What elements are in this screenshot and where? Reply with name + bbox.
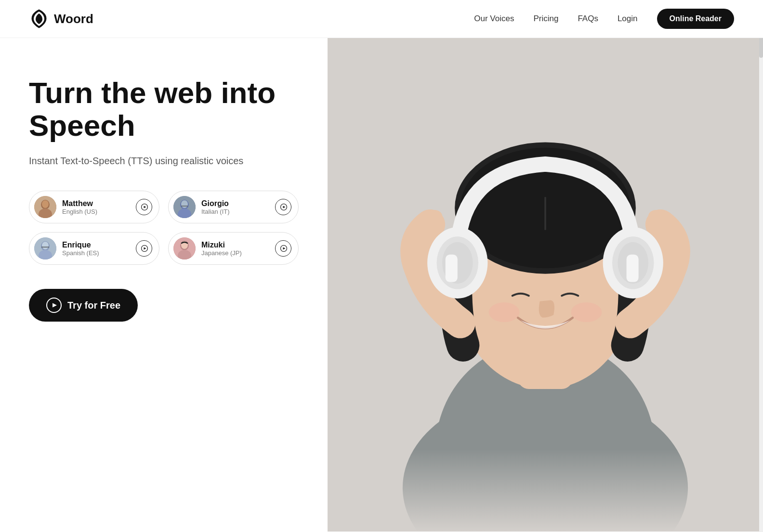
avatar-enrique [34,237,56,260]
svg-marker-25 [283,247,286,250]
nav-our-voices[interactable]: Our Voices [474,14,514,24]
avatar-mizuki [173,237,196,260]
logo[interactable]: Woord [29,9,93,29]
voice-text-matthew: Matthew English (US) [62,199,97,215]
scrollbar-track[interactable] [759,0,763,532]
nav-faqs[interactable]: FAQs [578,14,598,24]
voice-text-giorgio: Giorgio Italian (IT) [201,199,230,215]
play-button-giorgio[interactable] [275,199,291,215]
svg-marker-26 [53,303,57,308]
play-triangle-icon [52,302,57,308]
voice-card-matthew[interactable]: Matthew English (US) [29,191,159,223]
main-content: Turn the web into Speech Instant Text-to… [0,38,763,532]
hero-image [328,38,763,532]
logo-icon [29,9,49,29]
voice-lang-giorgio: Italian (IT) [201,208,230,215]
logo-wordmark: Woord [54,12,93,26]
svg-marker-19 [144,247,146,250]
avatar-giorgio [173,196,196,218]
svg-rect-17 [41,247,49,248]
try-for-free-button[interactable]: Try for Free [29,289,138,322]
voice-card-enrique[interactable]: Enrique Spanish (ES) [29,232,159,265]
voice-lang-mizuki: Japanese (JP) [201,249,242,257]
try-free-label: Try for Free [67,300,120,311]
avatar-matthew [34,196,56,218]
main-nav: Our Voices Pricing FAQs Login Online Rea… [474,9,734,29]
play-icon-matthew [141,204,148,210]
try-free-play-icon [46,298,62,313]
hero-subtitle: Instant Text-to-Speech (TTS) using reali… [29,156,299,167]
voice-text-mizuki: Mizuki Japanese (JP) [201,241,242,257]
svg-rect-10 [181,206,188,207]
voice-card-mizuki[interactable]: Mizuki Japanese (JP) [168,232,299,265]
svg-point-16 [42,242,49,249]
voice-info-enrique: Enrique Spanish (ES) [34,237,99,260]
svg-rect-47 [328,38,763,532]
nav-login[interactable]: Login [618,14,638,24]
svg-point-3 [42,200,49,208]
voice-name-giorgio: Giorgio [201,199,230,208]
voices-grid: Matthew English (US) [29,191,299,265]
hero-right-panel [328,38,763,532]
hero-title: Turn the web into Speech [29,77,299,142]
voice-info-mizuki: Mizuki Japanese (JP) [173,237,242,260]
hero-illustration-svg [328,38,763,532]
play-icon-enrique [141,245,148,252]
voice-lang-enrique: Spanish (ES) [62,249,99,257]
voice-info-matthew: Matthew English (US) [34,196,97,218]
play-button-mizuki[interactable] [275,240,291,257]
voice-name-enrique: Enrique [62,241,99,249]
voice-info-giorgio: Giorgio Italian (IT) [173,196,230,218]
hero-left-panel: Turn the web into Speech Instant Text-to… [0,38,328,532]
svg-point-9 [181,200,188,208]
play-button-matthew[interactable] [136,199,152,215]
voice-name-mizuki: Mizuki [201,241,242,249]
voice-text-enrique: Enrique Spanish (ES) [62,241,99,257]
svg-marker-12 [283,206,286,208]
play-icon-mizuki [280,245,287,252]
online-reader-button[interactable]: Online Reader [657,9,734,29]
play-icon-giorgio [280,204,287,210]
voice-card-giorgio[interactable]: Giorgio Italian (IT) [168,191,299,223]
voice-name-matthew: Matthew [62,199,97,208]
voice-lang-matthew: English (US) [62,208,97,215]
header: Woord Our Voices Pricing FAQs Login Onli… [0,0,763,38]
play-button-enrique[interactable] [136,240,152,257]
svg-marker-5 [144,206,146,208]
nav-pricing[interactable]: Pricing [533,14,558,24]
